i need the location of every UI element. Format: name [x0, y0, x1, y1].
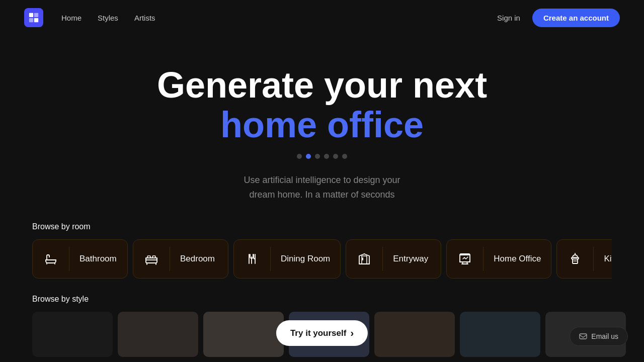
svg-rect-3 — [34, 18, 38, 22]
nav-styles[interactable]: Styles — [98, 14, 118, 22]
monitor-icon — [457, 251, 473, 267]
bed-icon — [143, 251, 159, 267]
svg-point-4 — [49, 256, 50, 257]
svg-rect-5 — [146, 258, 157, 263]
hero-subtitle-line1: Use artificial intelligence to design yo… — [244, 175, 400, 185]
try-arrow-icon: › — [350, 327, 354, 339]
try-yourself-label: Try it yourself — [290, 328, 346, 338]
navbar: Home Styles Artists Sign in Create an ac… — [0, 0, 644, 35]
room-card-dining[interactable]: Dining Room — [233, 239, 341, 279]
bedroom-icon-wrap — [133, 239, 170, 279]
room-card-kitchen[interactable]: Kitchen — [556, 239, 612, 279]
homeoffice-icon-wrap — [447, 239, 483, 279]
dot-1[interactable] — [297, 154, 302, 159]
entryway-label: Entryway — [383, 254, 438, 264]
svg-rect-1 — [34, 13, 38, 17]
svg-rect-2 — [29, 18, 33, 22]
bathtub-icon — [43, 251, 59, 267]
hero-title-line1: Generate your next — [157, 65, 487, 105]
bathroom-label: Bathroom — [69, 254, 127, 264]
carousel-dots — [0, 154, 644, 159]
svg-rect-9 — [572, 257, 579, 259]
hero-subtitle: Use artificial intelligence to design yo… — [0, 173, 644, 202]
hero-title: Generate your next home office — [0, 65, 644, 145]
try-button-wrap: Try it yourself › — [276, 320, 368, 346]
dot-2[interactable] — [306, 154, 311, 159]
svg-rect-10 — [580, 334, 587, 339]
room-card-bathroom[interactable]: Bathroom — [32, 239, 128, 279]
kitchen-label: Kitchen — [594, 254, 612, 264]
entryway-icon-wrap — [346, 239, 382, 279]
kitchen-icon-wrap — [557, 239, 593, 279]
browse-room-section: Browse by room Bathroom — [0, 222, 644, 279]
style-thumb-3[interactable] — [203, 312, 284, 357]
create-account-button[interactable]: Create an account — [532, 9, 620, 27]
try-yourself-button[interactable]: Try it yourself › — [276, 320, 368, 346]
dining-label: Dining Room — [271, 254, 340, 264]
svg-rect-0 — [29, 13, 33, 17]
sign-in-button[interactable]: Sign in — [497, 14, 520, 22]
hero-title-accent: home office — [220, 105, 424, 145]
style-thumb-6[interactable] — [460, 312, 540, 357]
dot-4[interactable] — [324, 154, 329, 159]
svg-point-8 — [364, 253, 365, 254]
style-thumb-5[interactable] — [374, 312, 455, 357]
style-thumb-1[interactable] — [32, 312, 113, 357]
nav-links: Home Styles Artists — [61, 14, 155, 22]
nav-left: Home Styles Artists — [24, 8, 155, 27]
nav-right: Sign in Create an account — [497, 9, 620, 27]
door-icon — [356, 251, 372, 267]
style-thumb-2[interactable] — [118, 312, 198, 357]
dot-5[interactable] — [333, 154, 338, 159]
bedroom-label: Bedroom — [170, 254, 225, 264]
hero-subtitle-line2: dream home. In a matter of seconds — [249, 190, 394, 200]
dining-icon — [244, 251, 260, 267]
browse-room-title: Browse by room — [32, 222, 612, 231]
email-icon — [579, 332, 587, 340]
logo[interactable] — [24, 8, 43, 27]
dot-6[interactable] — [342, 154, 347, 159]
homeoffice-label: Home Office — [484, 254, 551, 264]
dining-icon-wrap — [234, 239, 270, 279]
chef-icon — [567, 251, 583, 267]
room-cards: Bathroom Bedroom — [32, 239, 612, 279]
svg-rect-7 — [152, 256, 155, 258]
nav-artists[interactable]: Artists — [134, 14, 155, 22]
hero-section: Generate your next home office Use artif… — [0, 35, 644, 222]
email-us-label: Email us — [591, 332, 618, 340]
room-card-entryway[interactable]: Entryway — [346, 239, 441, 279]
nav-home[interactable]: Home — [61, 14, 82, 22]
svg-rect-6 — [147, 256, 150, 258]
room-card-homeoffice[interactable]: Home Office — [446, 239, 551, 279]
browse-style-title: Browse by style — [32, 295, 612, 304]
bathroom-icon-wrap — [33, 239, 69, 279]
dot-3[interactable] — [315, 154, 320, 159]
email-us-widget[interactable]: Email us — [570, 327, 628, 346]
room-card-bedroom[interactable]: Bedroom — [133, 239, 228, 279]
